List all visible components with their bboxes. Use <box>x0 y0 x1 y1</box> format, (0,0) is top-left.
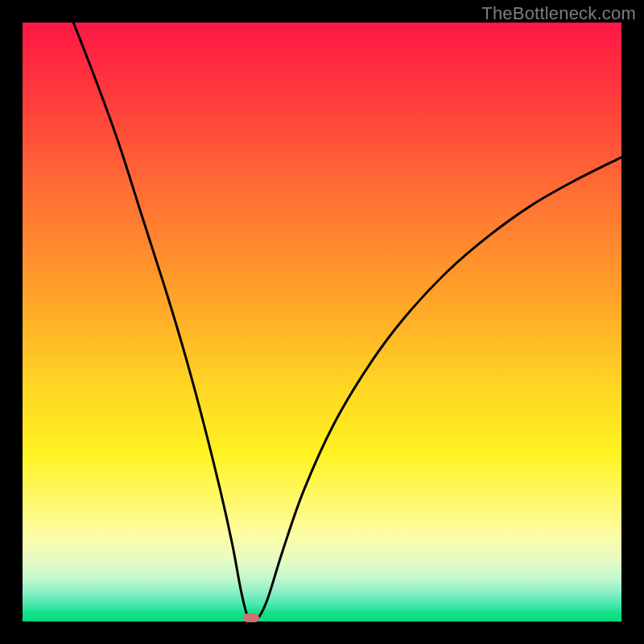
curve-svg <box>23 23 621 621</box>
bottleneck-curve <box>73 23 621 619</box>
watermark-label: TheBottleneck.com <box>481 3 636 24</box>
chart-frame: TheBottleneck.com <box>0 0 644 644</box>
plot-area <box>23 23 621 621</box>
optimum-marker <box>243 613 259 622</box>
